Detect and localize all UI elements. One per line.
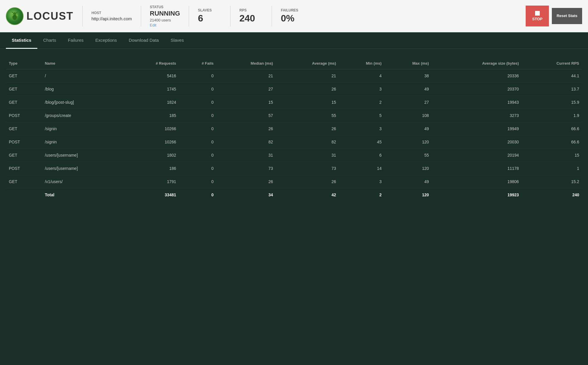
cell-max: 49 [385, 122, 432, 135]
cell-rps: 15 [522, 149, 582, 162]
header-divider-4 [230, 6, 230, 26]
cell-avg-size: 20194 [432, 149, 522, 162]
slaves-label: SLAVES [198, 8, 221, 12]
stop-button[interactable]: STOP [526, 6, 549, 26]
header: LOCUST HOST http://api.initech.com STATU… [0, 0, 588, 32]
cell-average: 26 [276, 122, 339, 135]
total-requests-cell: 33481 [124, 188, 179, 202]
cell-type: GET [6, 175, 42, 188]
cell-median: 27 [217, 83, 276, 96]
cell-average: 26 [276, 83, 339, 96]
cell-avg-size: 19806 [432, 175, 522, 188]
cell-avg-size: 11178 [432, 162, 522, 175]
header-divider-1 [82, 6, 83, 26]
total-avg-size-cell: 19923 [432, 188, 522, 202]
cell-avg-size: 19943 [432, 96, 522, 109]
cell-max: 120 [385, 162, 432, 175]
cell-average: 15 [276, 96, 339, 109]
cell-rps: 13.7 [522, 83, 582, 96]
total-rps-cell: 240 [522, 188, 582, 202]
statistics-table: Type Name # Requests # Fails Median (ms)… [6, 58, 582, 201]
cell-min: 2 [339, 96, 385, 109]
table-row: GET /v1/users/ 1791 0 26 26 3 49 19806 1… [6, 175, 582, 188]
cell-average: 31 [276, 149, 339, 162]
cell-fails: 0 [179, 83, 216, 96]
cell-fails: 0 [179, 122, 216, 135]
cell-type: GET [6, 149, 42, 162]
cell-name: /users/[username] [42, 149, 123, 162]
header-divider-3 [189, 6, 189, 26]
statistics-table-container: Type Name # Requests # Fails Median (ms)… [0, 49, 588, 207]
cell-median: 26 [217, 175, 276, 188]
cell-rps: 15.9 [522, 96, 582, 109]
cell-min: 4 [339, 69, 385, 83]
cell-name: /blog/[post-slug] [42, 96, 123, 109]
cell-min: 3 [339, 175, 385, 188]
cell-name: /v1/users/ [42, 175, 123, 188]
cell-average: 21 [276, 69, 339, 83]
cell-median: 21 [217, 69, 276, 83]
tab-charts[interactable]: Charts [37, 32, 62, 49]
cell-rps: 66.6 [522, 122, 582, 135]
tab-slaves[interactable]: Slaves [165, 32, 190, 49]
host-value: http://api.initech.com [91, 16, 132, 21]
tab-statistics[interactable]: Statistics [6, 32, 37, 49]
cell-min: 5 [339, 109, 385, 122]
table-row: POST /users/[username] 186 0 73 73 14 12… [6, 162, 582, 175]
failures-value: 0% [281, 13, 304, 24]
cell-fails: 0 [179, 149, 216, 162]
cell-median: 26 [217, 122, 276, 135]
status-section: STATUS RUNNING 21400 users Edit [150, 5, 180, 27]
col-max: Max (ms) [385, 58, 432, 69]
col-min: Min (ms) [339, 58, 385, 69]
cell-rps: 1 [522, 162, 582, 175]
tab-failures[interactable]: Failures [62, 32, 89, 49]
status-running: RUNNING [150, 10, 180, 17]
cell-type: GET [6, 69, 42, 83]
header-divider-5 [272, 6, 272, 26]
cell-name: / [42, 69, 123, 83]
table-row: GET /signin 10266 0 26 26 3 49 19949 66.… [6, 122, 582, 135]
cell-max: 108 [385, 109, 432, 122]
table-row: POST /groups/create 185 0 57 55 5 108 32… [6, 109, 582, 122]
rps-label: RPS [239, 8, 263, 12]
cell-average: 26 [276, 175, 339, 188]
cell-median: 82 [217, 135, 276, 149]
table-row: GET /blog 1745 0 27 26 3 49 20370 13.7 [6, 83, 582, 96]
reset-stats-button[interactable]: Reset Stats [552, 8, 582, 24]
cell-max: 120 [385, 135, 432, 149]
cell-fails: 0 [179, 69, 216, 83]
col-type: Type [6, 58, 42, 69]
locust-logo-icon [6, 7, 24, 25]
cell-fails: 0 [179, 162, 216, 175]
cell-type: POST [6, 109, 42, 122]
cell-median: 73 [217, 162, 276, 175]
logo-area: LOCUST [6, 7, 74, 25]
table-row: GET /users/[username] 1802 0 31 31 6 55 … [6, 149, 582, 162]
cell-avg-size: 20030 [432, 135, 522, 149]
col-average: Average (ms) [276, 58, 339, 69]
status-users: 21400 users [150, 18, 180, 22]
cell-min: 3 [339, 83, 385, 96]
edit-link[interactable]: Edit [150, 23, 180, 27]
total-type-cell [6, 188, 42, 202]
nav-tabs: Statistics Charts Failures Exceptions Do… [0, 32, 588, 49]
stop-label: STOP [532, 17, 542, 21]
header-divider-2 [141, 6, 141, 26]
tab-exceptions[interactable]: Exceptions [89, 32, 123, 49]
header-actions: STOP Reset Stats [526, 6, 582, 26]
col-fails: # Fails [179, 58, 216, 69]
col-requests: # Requests [124, 58, 179, 69]
cell-requests: 10266 [124, 122, 179, 135]
cell-avg-size: 3273 [432, 109, 522, 122]
cell-requests: 1791 [124, 175, 179, 188]
status-label: STATUS [150, 5, 180, 9]
cell-min: 6 [339, 149, 385, 162]
cell-max: 49 [385, 175, 432, 188]
cell-requests: 185 [124, 109, 179, 122]
cell-avg-size: 20336 [432, 69, 522, 83]
tab-download-data[interactable]: Download Data [123, 32, 165, 49]
svg-line-5 [16, 12, 18, 13]
slaves-section: SLAVES 6 [198, 8, 221, 24]
total-average-cell: 42 [276, 188, 339, 202]
